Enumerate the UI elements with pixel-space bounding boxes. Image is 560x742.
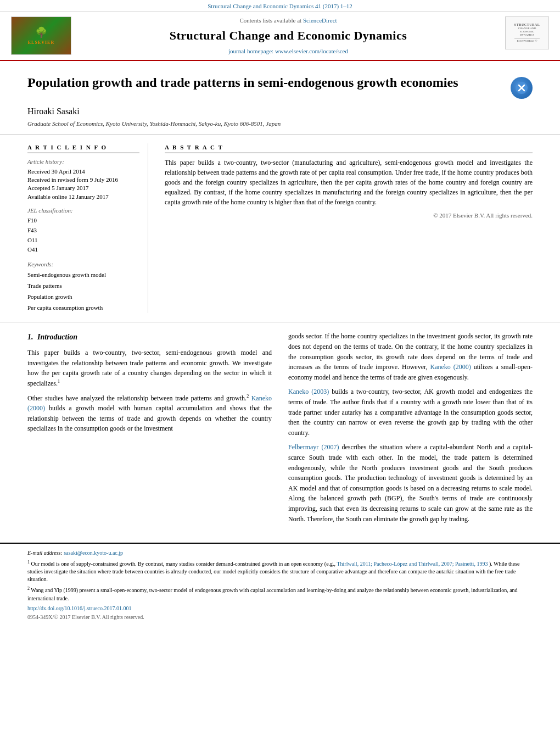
jel-label: JEL classification: (27, 207, 139, 215)
accepted-date: Accepted 5 January 2017 (27, 184, 139, 192)
felbermayr2007-ref[interactable]: Felbermayr (2007) (288, 443, 339, 451)
fn2-number: 2 (27, 586, 30, 591)
email-label: E-mail address: (27, 550, 63, 556)
journal-title-area: Contents lists available at ScienceDirec… (77, 16, 500, 55)
article-title: Population growth and trade patterns in … (27, 74, 458, 91)
journal-citation-bar: Structural Change and Economic Dynamics … (0, 0, 560, 12)
author-affiliation: Graduate School of Economics, Kyoto Univ… (27, 120, 533, 128)
journal-title-header: Structural Change and Economic Dynamics (88, 27, 489, 44)
revised-date: Received in revised form 9 July 2016 (27, 176, 139, 184)
keyword-3: Population growth (27, 292, 139, 303)
keyword-1: Semi-endogenous growth model (27, 270, 139, 281)
article-info-column: A R T I C L E I N F O Article history: R… (27, 143, 148, 314)
right-para3: Felbermayr (2007) describes the situatio… (288, 442, 533, 524)
journal-homepage: journal homepage: www.elsevier.com/locat… (88, 47, 489, 55)
contents-available-text: Contents lists available at (239, 17, 301, 24)
article-header: Population growth and trade patterns in … (0, 61, 560, 135)
keyword-2: Trade patterns (27, 281, 139, 292)
body-left-column: 1. Introduction This paper builds a two-… (27, 331, 272, 528)
kaneko2003-ref[interactable]: Kaneko (2003) (288, 388, 329, 395)
doi-line: http://dx.doi.org/10.1016/j.strueco.2017… (27, 605, 533, 612)
journal-homepage-link[interactable]: www.elsevier.com/locate/sced (275, 48, 348, 54)
footnote-2: 2 Wang and Yip (1999) present a small-op… (27, 585, 533, 602)
crossmark-badge[interactable] (511, 77, 533, 99)
jel-f10: F10 (27, 216, 139, 226)
doi-link[interactable]: http://dx.doi.org/10.1016/j.strueco.2017… (27, 605, 132, 611)
journal-cover-logo: STRUCTURAL CHANGE AND ECONOMIC DYNAMICS … (505, 16, 549, 49)
elsevier-logo: 🌳 ELSEVIER (11, 16, 71, 55)
cover-mini-text: STRUCTURAL CHANGE AND ECONOMIC DYNAMICS … (513, 22, 541, 44)
jel-f43: F43 (27, 226, 139, 236)
right-para2: Kaneko (2003) builds a two-country, two-… (288, 387, 533, 438)
received-date: Received 30 April 2014 (27, 168, 139, 176)
section-title: Introduction (37, 333, 77, 341)
intro-para2: Other studies have analyzed the relation… (27, 393, 272, 434)
abstract-label: A B S T R A C T (165, 143, 533, 153)
author-name: Hiroaki Sasaki (27, 105, 533, 118)
abstract-text: This paper builds a two-country, two-sec… (165, 158, 533, 207)
page: Structural Change and Economic Dynamics … (0, 0, 560, 742)
jel-o41: O41 (27, 245, 139, 255)
body-section: 1. Introduction This paper builds a two-… (0, 322, 560, 537)
history-label: Article history: (27, 158, 139, 166)
jel-codes: F10 F43 O11 O41 (27, 216, 139, 254)
fn1-number: 1 (27, 560, 30, 565)
fn1-refs[interactable]: Thirlwall, 2011; Pacheco-López and Thirl… (337, 561, 488, 567)
elsevier-wordmark: ELSEVIER (28, 40, 54, 46)
footnote-ref-2: 2 (247, 394, 249, 399)
abstract-column: A B S T R A C T This paper builds a two-… (165, 143, 533, 314)
page-footer: E-mail address: sasaki@econ.kyoto-u.ac.j… (0, 543, 560, 627)
body-right-column: goods sector. If the home country specia… (288, 331, 533, 528)
copyright-text: © 2017 Elsevier B.V. All rights reserved… (165, 211, 533, 220)
email-link[interactable]: sasaki@econ.kyoto-u.ac.jp (64, 550, 123, 556)
keywords-label: Keywords: (27, 260, 139, 269)
kaneko2000-ref2[interactable]: Kaneko (2000) (430, 363, 471, 371)
section-number: 1. (27, 333, 33, 341)
right-para1: goods sector. If the home country specia… (288, 331, 533, 382)
tree-decoration: 🌳 (35, 26, 47, 40)
intro-para1: This paper builds a two-country, two-sec… (27, 348, 272, 388)
available-date: Available online 12 January 2017 (27, 193, 139, 201)
jel-o11: O11 (27, 236, 139, 246)
footnote-1: 1 Our model is one of supply-constrained… (27, 559, 533, 583)
article-info-abstract-section: A R T I C L E I N F O Article history: R… (0, 135, 560, 323)
keyword-4: Per capita consumption growth (27, 303, 139, 314)
sciencedirect-link[interactable]: ScienceDirect (303, 17, 337, 24)
intro-heading: 1. Introduction (27, 331, 272, 343)
keywords-list: Semi-endogenous growth model Trade patte… (27, 270, 139, 313)
article-info-label: A R T I C L E I N F O (27, 143, 139, 153)
issn-line: 0954-349X/© 2017 Elsevier B.V. All right… (27, 613, 533, 621)
footnote-ref-1: 1 (58, 379, 60, 384)
journal-citation: Structural Change and Economic Dynamics … (208, 3, 352, 9)
email-footnote: E-mail address: sasaki@econ.kyoto-u.ac.j… (27, 549, 533, 557)
